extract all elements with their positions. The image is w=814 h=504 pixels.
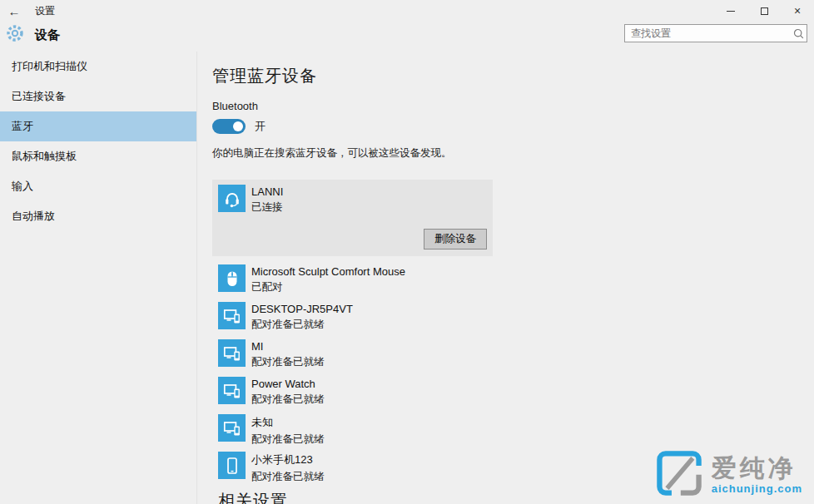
window-title: 设置 [35, 4, 55, 18]
device-name: MI [251, 340, 325, 353]
device-name: Microsoft Sculpt Comfort Mouse [251, 265, 405, 278]
device-row: LANNI 已连接 [218, 185, 487, 215]
phone-icon [218, 452, 246, 479]
device-name: 小米手机123 [251, 452, 325, 467]
sidebar-item-mouse-touchpad[interactable]: 鼠标和触摸板 [0, 141, 196, 171]
maximize-icon [761, 7, 768, 15]
page-heading: 管理蓝牙设备 [212, 65, 795, 87]
window-controls: × [714, 0, 814, 22]
device-text: Power Watch 配对准备已就绪 [251, 377, 325, 404]
selected-device-block[interactable]: LANNI 已连接 删除设备 [212, 180, 493, 256]
remove-device-button[interactable]: 删除设备 [424, 229, 487, 250]
back-arrow-icon[interactable]: ← [0, 4, 28, 18]
device-status: 配对准备已就绪 [251, 470, 325, 484]
watermark-brand: 爱纯净 [712, 456, 802, 481]
device-name: Power Watch [251, 378, 325, 390]
device-text: Microsoft Sculpt Comfort Mouse 已配对 [251, 264, 405, 292]
sidebar-item-typing[interactable]: 输入 [0, 171, 196, 201]
close-icon: × [794, 5, 801, 17]
sidebar-item-connected-devices[interactable]: 已连接设备 [0, 82, 196, 111]
device-status: 已连接 [251, 200, 283, 215]
sidebar-item-printers-scanners[interactable]: 打印机和扫描仪 [0, 52, 196, 82]
header: 设备 [0, 22, 814, 52]
device-text: 小米手机123 配对准备已就绪 [251, 452, 325, 479]
bluetooth-toggle-row: 开 [212, 119, 795, 134]
sidebar-item-bluetooth[interactable]: 蓝牙 [0, 111, 196, 141]
toggle-knob [233, 121, 243, 131]
device-name: DESKTOP-JR5P4VT [251, 303, 353, 315]
search-input[interactable] [625, 27, 790, 39]
device-status: 配对准备已就绪 [251, 432, 325, 447]
maximize-button[interactable] [747, 0, 781, 22]
gear-icon [5, 23, 25, 47]
device-status: 配对准备已就绪 [251, 393, 325, 407]
device-status: 配对准备已就绪 [251, 318, 353, 332]
titlebar: ← 设置 × [0, 0, 814, 22]
pc-phone-icon [218, 339, 246, 367]
search-box [624, 24, 807, 42]
watermark-logo-icon [655, 449, 703, 501]
minimize-icon [727, 11, 735, 12]
device-status: 已配对 [251, 280, 405, 294]
device-name: 未知 [251, 415, 325, 430]
watermark: 爱纯净 aichunjing.com [655, 449, 802, 501]
sidebar-item-autoplay[interactable]: 自动播放 [0, 201, 196, 231]
pc-phone-icon [218, 302, 246, 329]
device-status: 配对准备已就绪 [251, 355, 325, 369]
toggle-state-label: 开 [255, 119, 266, 134]
device-list: Microsoft Sculpt Comfort Mouse 已配对 DESKT… [212, 264, 795, 479]
close-button[interactable]: × [781, 0, 814, 22]
selected-device-actions: 删除设备 [218, 229, 487, 250]
bluetooth-description: 你的电脑正在搜索蓝牙设备，可以被这些设备发现。 [212, 146, 795, 161]
headset-icon [218, 185, 246, 212]
device-row-power-watch[interactable]: Power Watch 配对准备已就绪 [218, 377, 795, 404]
watermark-text: 爱纯净 aichunjing.com [712, 456, 802, 495]
device-text: 未知 配对准备已就绪 [251, 414, 325, 442]
page-title: 设备 [35, 27, 60, 43]
device-text: MI 配对准备已就绪 [251, 339, 325, 367]
device-row-mouse[interactable]: Microsoft Sculpt Comfort Mouse 已配对 [218, 264, 795, 292]
device-row-unknown[interactable]: 未知 配对准备已就绪 [218, 414, 795, 442]
sidebar: 打印机和扫描仪 已连接设备 蓝牙 鼠标和触摸板 输入 自动播放 [0, 52, 197, 504]
device-text: LANNI 已连接 [251, 185, 283, 215]
pc-phone-icon [218, 414, 246, 442]
device-row-mi[interactable]: MI 配对准备已就绪 [218, 339, 795, 367]
mouse-icon [218, 264, 246, 292]
device-name: LANNI [251, 185, 283, 198]
bluetooth-toggle[interactable] [212, 119, 246, 134]
search-icon[interactable] [790, 27, 807, 40]
main-content: 管理蓝牙设备 Bluetooth 开 你的电脑正在搜索蓝牙设备，可以被这些设备发… [212, 52, 795, 504]
device-text: DESKTOP-JR5P4VT 配对准备已就绪 [251, 302, 353, 329]
minimize-button[interactable] [714, 0, 747, 22]
pc-phone-icon [218, 377, 246, 404]
bluetooth-label: Bluetooth [212, 100, 795, 112]
watermark-domain: aichunjing.com [712, 482, 802, 495]
device-row-desktop[interactable]: DESKTOP-JR5P4VT 配对准备已就绪 [218, 302, 795, 329]
